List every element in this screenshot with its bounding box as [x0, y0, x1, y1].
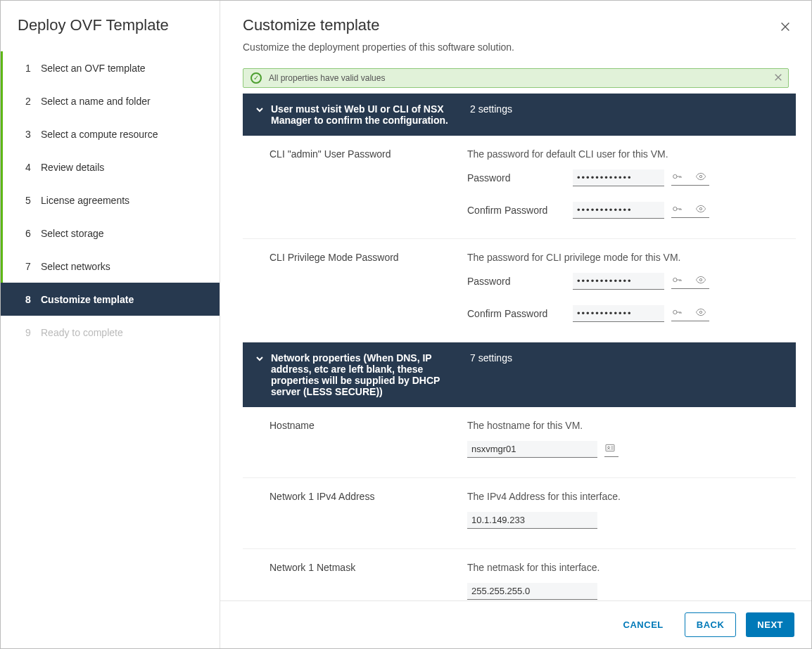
password-line: Password — [467, 273, 783, 290]
back-button[interactable]: BACK — [685, 612, 737, 637]
main-panel: Customize template Customize the deploym… — [220, 1, 811, 648]
eye-icon[interactable] — [695, 171, 706, 182]
step-number: 3 — [25, 129, 41, 140]
contact-card-icon[interactable] — [604, 442, 616, 454]
step-number: 9 — [25, 327, 41, 338]
step-number: 5 — [25, 195, 41, 206]
property-label: CLI Privilege Mode Password — [269, 252, 456, 322]
svg-point-5 — [699, 278, 702, 281]
dismiss-validation-icon[interactable] — [774, 73, 782, 84]
key-icon[interactable] — [671, 307, 683, 318]
close-icon[interactable] — [779, 20, 793, 34]
properties-scroll[interactable]: User must visit Web UI or CLI of NSX Man… — [220, 94, 807, 600]
section-count: 2 settings — [470, 103, 512, 126]
step-label: Select an OVF template — [41, 63, 146, 74]
step-label: License agreements — [41, 195, 129, 206]
property-row: HostnameThe hostname for this VM. — [243, 407, 796, 478]
property-label: CLI "admin" User Password — [269, 148, 456, 219]
step-label: Select a compute resource — [41, 129, 158, 140]
confirm-password-input[interactable] — [573, 305, 664, 322]
step-number: 4 — [25, 162, 41, 173]
password-input[interactable] — [573, 169, 664, 186]
wizard-step-7[interactable]: 7Select networks — [1, 250, 220, 283]
svg-point-9 — [608, 446, 610, 449]
wizard-step-3[interactable]: 3Select a compute resource — [1, 117, 220, 150]
cancel-button[interactable]: CANCEL — [612, 612, 675, 637]
wizard-footer: CANCEL BACK NEXT — [220, 600, 811, 648]
step-label: Select storage — [41, 228, 104, 239]
wizard-step-1[interactable]: 1Select an OVF template — [1, 51, 220, 84]
svg-point-7 — [699, 311, 702, 313]
property-body: The hostname for this VM. — [467, 420, 783, 458]
wizard-steps: 1Select an OVF template2Select a name an… — [1, 51, 220, 349]
confirm-password-label: Confirm Password — [467, 205, 573, 216]
property-description: The hostname for this VM. — [467, 420, 783, 431]
wizard-step-8[interactable]: 8Customize template — [1, 283, 220, 316]
page-subtitle: Customize the deployment properties of t… — [243, 41, 789, 53]
property-description: The password for default CLI user for th… — [467, 148, 783, 160]
section-count: 7 settings — [470, 352, 512, 397]
wizard-step-2[interactable]: 2Select a name and folder — [1, 84, 220, 117]
property-description: The password for CLI privilege mode for … — [467, 252, 783, 263]
svg-point-6 — [673, 310, 677, 314]
main-header: Customize template Customize the deploym… — [220, 1, 811, 63]
confirm-password-input[interactable] — [573, 202, 664, 219]
svg-point-4 — [673, 278, 677, 281]
wizard-sidebar: Deploy OVF Template 1Select an OVF templ… — [1, 1, 220, 648]
step-label: Ready to complete — [41, 327, 123, 338]
key-icon[interactable] — [671, 171, 683, 182]
check-circle-icon: ✓ — [250, 72, 262, 84]
eye-icon[interactable] — [695, 203, 706, 214]
validation-bar: ✓ All properties have valid values — [243, 68, 789, 88]
svg-point-1 — [699, 175, 702, 177]
step-label: Select a name and folder — [41, 96, 151, 107]
step-label: Select networks — [41, 261, 110, 272]
property-description: The IPv4 Address for this interface. — [467, 491, 783, 502]
text-input[interactable] — [467, 441, 597, 458]
wizard-step-4[interactable]: 4Review details — [1, 150, 220, 184]
section-title: Network properties (When DNS, IP address… — [271, 352, 452, 397]
property-description: The netmask for this interface. — [467, 562, 783, 573]
property-row: Network 1 NetmaskThe netmask for this in… — [243, 549, 796, 600]
page-title: Customize template — [243, 16, 789, 34]
property-body: The password for default CLI user for th… — [467, 148, 783, 219]
key-icon[interactable] — [671, 274, 683, 285]
next-button[interactable]: NEXT — [746, 612, 794, 637]
property-body: The IPv4 Address for this interface. — [467, 491, 783, 529]
confirm-password-line: Confirm Password — [467, 305, 783, 322]
text-input[interactable] — [467, 512, 597, 529]
step-label: Customize template — [41, 294, 134, 305]
property-label: Network 1 Netmask — [269, 562, 456, 600]
deploy-ovf-modal: Deploy OVF Template 1Select an OVF templ… — [0, 0, 812, 649]
step-number: 8 — [25, 294, 41, 305]
step-number: 7 — [25, 261, 41, 272]
svg-point-3 — [699, 207, 702, 210]
password-line: Password — [467, 169, 783, 186]
property-body: The password for CLI privilege mode for … — [467, 252, 783, 322]
svg-point-2 — [673, 207, 677, 210]
validation-text: All properties have valid values — [269, 73, 385, 83]
step-label: Review details — [41, 162, 104, 173]
modal-body: Deploy OVF Template 1Select an OVF templ… — [1, 1, 811, 648]
wizard-step-6[interactable]: 6Select storage — [1, 217, 220, 250]
property-row: CLI Privilege Mode PasswordThe password … — [243, 239, 796, 342]
eye-icon[interactable] — [695, 307, 706, 318]
chevron-down-icon — [255, 354, 264, 365]
confirm-password-line: Confirm Password — [467, 202, 783, 219]
password-input[interactable] — [573, 273, 664, 290]
property-row: Network 1 IPv4 AddressThe IPv4 Address f… — [243, 478, 796, 549]
step-number: 1 — [25, 63, 41, 74]
svg-point-0 — [673, 174, 677, 178]
eye-icon[interactable] — [695, 274, 706, 285]
password-label: Password — [467, 172, 573, 184]
section-header[interactable]: User must visit Web UI or CLI of NSX Man… — [243, 94, 796, 136]
wizard-step-5[interactable]: 5License agreements — [1, 184, 220, 217]
key-icon[interactable] — [671, 203, 683, 214]
confirm-password-label: Confirm Password — [467, 308, 573, 319]
section-header[interactable]: Network properties (When DNS, IP address… — [243, 342, 796, 407]
text-input[interactable] — [467, 583, 597, 600]
chevron-down-icon — [255, 105, 264, 116]
wizard-step-9: 9Ready to complete — [1, 316, 220, 349]
step-number: 6 — [25, 228, 41, 239]
property-label: Network 1 IPv4 Address — [269, 491, 456, 529]
